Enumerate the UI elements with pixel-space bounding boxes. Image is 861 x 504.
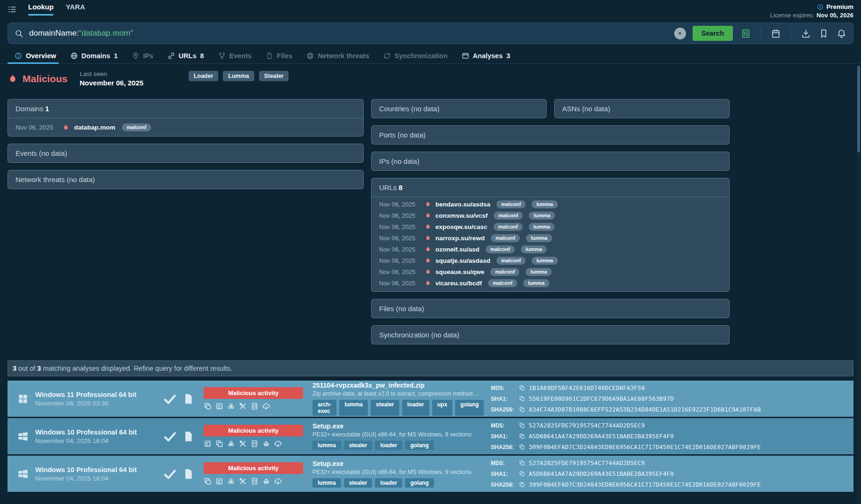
tab-label: IPs xyxy=(143,52,153,60)
license-info: Premium License expires:Nov 05, 2026 xyxy=(770,3,853,20)
search-input[interactable]: domainName:"databap.mom" xyxy=(29,29,674,38)
sha256-value: 309F0B4EFAD7C3D24843ED8E6956CA1C717D450E… xyxy=(529,443,761,451)
url-link[interactable]: squeaue.su/qwe xyxy=(435,268,484,275)
copy-icon[interactable] xyxy=(519,385,525,391)
download-icon[interactable] xyxy=(801,29,811,38)
url-link[interactable]: conxmsw.su/vcsf xyxy=(435,212,488,219)
result-tab[interactable]: Files xyxy=(259,48,299,63)
copy-icon[interactable] xyxy=(519,460,525,466)
menu-icon[interactable] xyxy=(8,5,17,14)
biohazard-icon[interactable] xyxy=(227,440,235,448)
tools-icon[interactable] xyxy=(239,440,247,448)
threat-tag[interactable]: Loader xyxy=(189,71,219,81)
domains-panel-title: Domains1 xyxy=(8,99,363,118)
copy-icon[interactable] xyxy=(519,471,525,477)
notifications-bell-icon[interactable] xyxy=(837,29,846,38)
binary-icon[interactable] xyxy=(251,402,259,410)
tools-icon[interactable] xyxy=(239,477,247,485)
urls-count: 8 xyxy=(399,183,403,191)
analysis-filename[interactable]: Setup.exe xyxy=(312,460,482,467)
url-link[interactable]: ozonelf.su/asd xyxy=(435,246,480,253)
tools-icon[interactable] xyxy=(239,402,247,410)
copy-icon[interactable] xyxy=(519,481,525,488)
copy-icon[interactable] xyxy=(519,396,525,402)
analysis-tag[interactable]: lumma xyxy=(312,478,341,488)
copy-icon[interactable] xyxy=(204,477,212,485)
copy-icon[interactable] xyxy=(519,444,525,450)
os-block: Windows 11 Professional 64 bit November … xyxy=(17,391,158,407)
tasks-icon[interactable] xyxy=(215,402,223,410)
threat-tag[interactable]: Lumma xyxy=(223,71,254,81)
biohazard-icon[interactable] xyxy=(227,477,235,485)
url-link[interactable]: exposqw.su/casc xyxy=(435,223,488,230)
copy-icon[interactable] xyxy=(204,402,212,410)
analysis-tag[interactable]: golang xyxy=(405,441,434,450)
copy-icon[interactable] xyxy=(215,440,223,448)
url-link[interactable]: narroxp.su/rewd xyxy=(435,235,485,242)
url-link[interactable]: squatje.su/asdasd xyxy=(435,257,490,264)
scrollbar-thumb[interactable] xyxy=(857,66,860,153)
result-tab[interactable]: Domains 1 xyxy=(63,48,125,63)
url-link[interactable]: bendavo.su/asdsa xyxy=(435,201,490,208)
branch-icon xyxy=(218,52,226,60)
result-tab[interactable]: Network threats xyxy=(299,48,376,63)
nav-tab-yara[interactable]: YARA xyxy=(66,3,85,15)
threat-tag[interactable]: Stealer xyxy=(259,71,289,81)
analyses-summary: 3 out of 3 matching analyses displayed. … xyxy=(8,360,853,376)
url-link[interactable]: vicareu.su/bcdf xyxy=(435,280,482,287)
analysis-tag[interactable]: upx xyxy=(432,400,452,416)
result-tab[interactable]: IPs xyxy=(125,48,160,63)
exe-icon[interactable] xyxy=(274,440,282,448)
analysis-feature-icons xyxy=(204,477,312,485)
analysis-tag[interactable]: stealer xyxy=(344,441,373,450)
analysis-tag[interactable]: loader xyxy=(375,478,402,488)
nav-tab-lookup[interactable]: Lookup xyxy=(28,3,53,15)
search-button[interactable]: Search xyxy=(693,26,733,41)
result-tab[interactable]: Events xyxy=(211,48,259,63)
binary-icon[interactable] xyxy=(251,477,259,485)
spy-icon[interactable] xyxy=(262,440,270,448)
query-template-icon[interactable] xyxy=(741,29,751,38)
tasks-icon[interactable] xyxy=(204,440,212,448)
analysis-tag[interactable]: lumma xyxy=(339,400,368,416)
exe-icon[interactable] xyxy=(274,477,282,485)
result-tab[interactable]: Analyses 3 xyxy=(455,48,518,63)
analysis-tag[interactable]: loader xyxy=(375,441,402,450)
result-tab[interactable]: URLs 8 xyxy=(160,48,211,63)
copy-icon[interactable] xyxy=(519,422,525,428)
analysis-tag[interactable]: stealer xyxy=(344,478,373,488)
domains-count: 1 xyxy=(45,105,49,113)
analysis-tag[interactable]: arch-exec xyxy=(312,400,336,416)
flame-icon xyxy=(425,223,431,230)
biohazard-icon[interactable] xyxy=(227,402,235,410)
lumma-badge: lumma xyxy=(523,279,549,287)
asns-panel: ASNs (no data) xyxy=(554,99,730,118)
analysis-tag[interactable]: loader xyxy=(402,400,429,416)
bookmark-icon[interactable] xyxy=(819,29,829,38)
result-tab[interactable]: Overview xyxy=(8,48,63,63)
domain-link[interactable]: databap.mom xyxy=(74,124,115,131)
analysis-filename[interactable]: Setup.exe xyxy=(312,422,482,430)
copy-icon[interactable] xyxy=(519,406,525,412)
analysis-tag[interactable]: lumma xyxy=(312,441,341,450)
analysis-filename[interactable]: 251104-rvpzxadk3x_pw_infected.zip xyxy=(312,382,482,389)
hash-block: MD5:1B1A69DF5BF42E616D740DCED6FA3F58 SHA… xyxy=(491,382,853,415)
analysis-tag[interactable]: stealer xyxy=(371,400,399,416)
analysis-card[interactable]: Windows 10 Professional 64 bit November … xyxy=(8,456,853,492)
copy-icon[interactable] xyxy=(519,433,525,439)
analysis-card[interactable]: Windows 11 Professional 64 bit November … xyxy=(8,381,853,417)
analysis-card[interactable]: Windows 10 Professional 64 bit November … xyxy=(8,418,853,454)
calendar-icon[interactable] xyxy=(771,29,781,38)
md5-value: 1B1A69DF5BF42E616D740DCED6FA3F58 xyxy=(529,384,645,391)
spy-icon[interactable] xyxy=(262,477,270,485)
exe-icon[interactable] xyxy=(262,402,270,410)
clear-query-button[interactable] xyxy=(674,28,686,39)
countries-panel-title: Countries (no data) xyxy=(372,99,546,118)
analysis-tag[interactable]: golang xyxy=(455,400,484,416)
lumma-badge: lumma xyxy=(526,268,551,276)
binary-icon[interactable] xyxy=(251,440,259,448)
analyses-total-count: 3 xyxy=(37,365,41,372)
result-tab[interactable]: Synchronization xyxy=(376,48,455,63)
analysis-tag[interactable]: golang xyxy=(405,478,434,488)
tasks-icon[interactable] xyxy=(215,477,223,485)
